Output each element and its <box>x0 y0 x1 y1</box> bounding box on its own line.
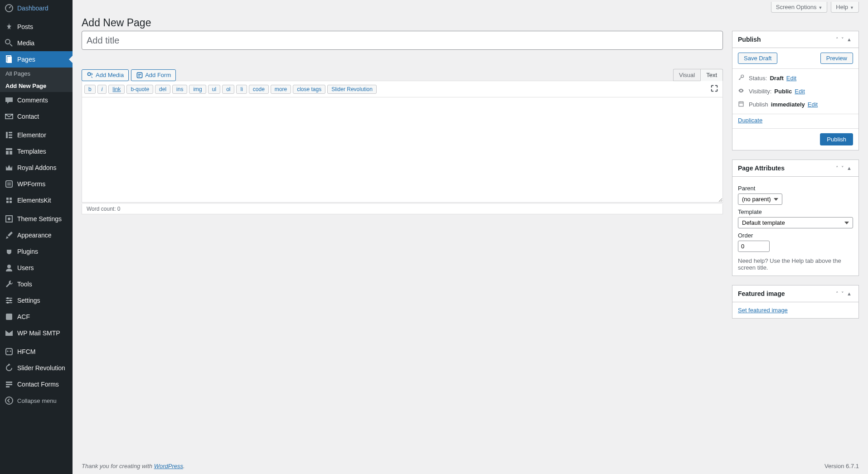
fullscreen-icon <box>710 84 718 92</box>
svg-rect-12 <box>6 181 12 187</box>
add-media-button[interactable]: Add Media <box>82 69 129 81</box>
metabox-up-icon[interactable]: ˄ <box>834 37 840 43</box>
sidebar-item-royal-addons[interactable]: Royal Addons <box>0 160 73 176</box>
sidebar-label: Elementor <box>17 131 46 139</box>
qt-del[interactable]: del <box>155 85 170 94</box>
editor-tab-text[interactable]: Text <box>700 69 723 81</box>
quicktags-toolbar: b i link b-quote del ins img ul ol li co… <box>82 81 723 97</box>
qt-slider-revolution[interactable]: Slider Revolution <box>327 85 377 94</box>
attributes-help-text: Need help? Use the Help tab above the sc… <box>738 257 853 271</box>
visibility-value: Public <box>774 88 792 95</box>
sidebar-label: Posts <box>17 23 33 30</box>
sidebar-item-posts[interactable]: Posts <box>0 19 73 35</box>
theme-icon <box>5 214 14 223</box>
qt-img[interactable]: img <box>189 85 206 94</box>
content-textarea[interactable] <box>82 97 723 203</box>
sidebar-item-wpforms[interactable]: WPForms <box>0 176 73 192</box>
plugin-icon <box>5 247 14 256</box>
sidebar-label: Users <box>17 264 34 271</box>
help-button[interactable]: Help▼ <box>831 2 859 13</box>
cforms-icon <box>5 380 14 389</box>
publish-date-value: immediately <box>771 101 805 108</box>
sidebar-sub-all-pages[interactable]: All Pages <box>0 68 73 80</box>
svg-rect-7 <box>9 135 12 136</box>
sidebar-item-users[interactable]: Users <box>0 260 73 276</box>
svg-rect-8 <box>9 137 12 138</box>
screen-options-button[interactable]: Screen Options▼ <box>771 2 828 13</box>
metabox-toggle-icon[interactable]: ▲ <box>845 37 853 42</box>
form-icon <box>136 72 143 79</box>
sidebar-item-wp-mail-smtp[interactable]: WP Mail SMTP <box>0 325 73 341</box>
sidebar-label: WPForms <box>17 180 45 188</box>
qt-italic[interactable]: i <box>97 85 107 94</box>
sidebar-item-pages[interactable]: Pages <box>0 51 73 68</box>
fullscreen-button[interactable] <box>708 83 720 95</box>
editor-tab-visual[interactable]: Visual <box>673 69 700 81</box>
sidebar-item-media[interactable]: Media <box>0 35 73 51</box>
metabox-down-icon[interactable]: ˅ <box>840 291 845 297</box>
sidebar-item-slider-revolution[interactable]: Slider Revolution <box>0 360 73 376</box>
wrench-icon <box>5 280 14 289</box>
publish-button[interactable]: Publish <box>820 133 853 145</box>
metabox-down-icon[interactable]: ˅ <box>840 37 845 43</box>
preview-button[interactable]: Preview <box>820 53 853 64</box>
royal-icon <box>5 163 14 172</box>
order-input[interactable] <box>738 241 770 252</box>
sidebar-sub-add-new-page[interactable]: Add New Page <box>0 80 73 92</box>
svg-rect-24 <box>6 384 12 385</box>
sidebar-label: Media <box>17 39 34 47</box>
sidebar-item-acf[interactable]: ACF <box>0 309 73 325</box>
sidebar-item-appearance[interactable]: Appearance <box>0 227 73 243</box>
qt-li[interactable]: li <box>236 85 247 94</box>
sidebar-item-hfcm[interactable]: HFCM <box>0 343 73 360</box>
sidebar-label: ACF <box>17 313 30 320</box>
template-select[interactable]: Default template <box>738 217 853 228</box>
qt-bquote[interactable]: b-quote <box>126 85 153 94</box>
qt-code[interactable]: code <box>249 85 269 94</box>
metabox-toggle-icon[interactable]: ▲ <box>845 291 853 296</box>
parent-select[interactable]: (no parent) <box>738 193 782 205</box>
sidebar-item-contact[interactable]: Contact <box>0 108 73 125</box>
status-edit-link[interactable]: Edit <box>786 75 796 82</box>
set-featured-image-link[interactable]: Set featured image <box>738 307 788 314</box>
sidebar-label: Tools <box>17 281 32 288</box>
qt-close-tags[interactable]: close tags <box>293 85 325 94</box>
sidebar-item-settings[interactable]: Settings <box>0 292 73 309</box>
qt-ins[interactable]: ins <box>172 85 187 94</box>
visibility-edit-link[interactable]: Edit <box>795 88 805 95</box>
qt-ol[interactable]: ol <box>222 85 234 94</box>
sidebar-collapse[interactable]: Collapse menu <box>0 392 73 409</box>
qt-link[interactable]: link <box>108 85 125 94</box>
save-draft-button[interactable]: Save Draft <box>738 53 777 64</box>
qt-ul[interactable]: ul <box>208 85 220 94</box>
sidebar-item-tools[interactable]: Tools <box>0 276 73 292</box>
qt-more[interactable]: more <box>271 85 291 94</box>
svg-rect-19 <box>6 314 12 320</box>
chevron-down-icon: ▼ <box>850 5 854 10</box>
metabox-toggle-icon[interactable]: ▲ <box>845 165 853 171</box>
elementor-icon <box>5 131 14 140</box>
qt-bold[interactable]: b <box>84 85 96 94</box>
sidebar-item-elementskit[interactable]: ElementsKit <box>0 192 73 208</box>
sidebar-item-elementor[interactable]: Elementor <box>0 127 73 143</box>
add-form-button[interactable]: Add Form <box>131 69 176 81</box>
sidebar-item-dashboard[interactable]: Dashboard <box>0 0 73 16</box>
page-title: Add New Page <box>73 13 868 31</box>
svg-point-27 <box>87 73 90 75</box>
user-icon <box>5 263 14 272</box>
metabox-up-icon[interactable]: ˄ <box>834 291 840 297</box>
sidebar-item-comments[interactable]: Comments <box>0 92 73 108</box>
metabox-down-icon[interactable]: ˅ <box>840 165 845 171</box>
sidebar-item-theme-settings[interactable]: Theme Settings <box>0 211 73 227</box>
sidebar-label: HFCM <box>17 348 35 355</box>
footer-wordpress-link[interactable]: WordPress <box>154 463 183 469</box>
sidebar-item-contact-forms[interactable]: Contact Forms <box>0 376 73 392</box>
publish-date-edit-link[interactable]: Edit <box>808 101 818 108</box>
sidebar-item-plugins[interactable]: Plugins <box>0 243 73 260</box>
sidebar-label: Dashboard <box>17 5 48 12</box>
sidebar-item-templates[interactable]: Templates <box>0 143 73 160</box>
post-title-input[interactable] <box>82 31 723 50</box>
duplicate-link[interactable]: Duplicate <box>738 117 762 124</box>
sidebar-label: ElementsKit <box>17 197 51 204</box>
metabox-up-icon[interactable]: ˄ <box>834 165 840 171</box>
